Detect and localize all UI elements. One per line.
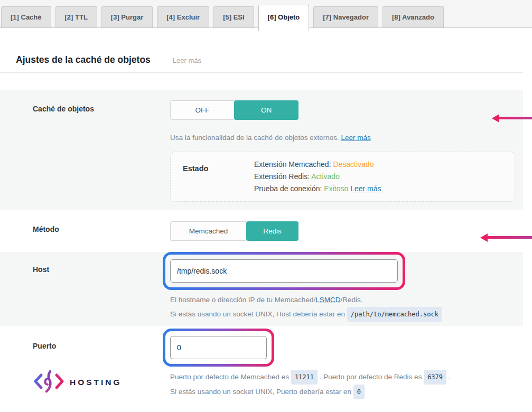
port-desc1-end: . xyxy=(446,373,451,381)
title-read-more-link[interactable]: Leer más xyxy=(173,57,201,64)
object-cache-toggle: OFF ON xyxy=(170,100,298,120)
tab-6-objeto[interactable]: [6] Objeto xyxy=(258,5,310,31)
port-desc1-text: Puerto por defecto de Memcached es xyxy=(170,373,291,381)
annotation-highlight-box-host xyxy=(163,252,405,290)
setting-row-object-cache: Caché de objetos OFF ON Usa la funcional… xyxy=(0,90,523,210)
host-description: El hostname o dirección IP de tu Memcach… xyxy=(170,293,515,322)
port-description: Puerto por defecto de Memcached es 11211… xyxy=(170,370,515,399)
status-box: Estado Extensión Memcached: Desactivado … xyxy=(170,152,515,202)
setting-row-host: Host El hostname o dirección IP de tu Me… xyxy=(0,252,523,326)
port-desc1-sep: . Puerto por defecto de Redis es xyxy=(318,373,424,381)
tab-5-esi[interactable]: [5] ESI xyxy=(213,6,254,27)
tab-3-purgar[interactable]: [3] Purgar xyxy=(101,6,153,27)
hosting-logo-icon xyxy=(33,368,66,397)
status-redis-value: Activado xyxy=(311,172,340,181)
port-description-line1: Puerto por defecto de Memcached es 11211… xyxy=(170,370,515,385)
status-connection-text: Prueba de conexión: xyxy=(254,184,324,193)
host-input[interactable] xyxy=(170,259,398,283)
status-line-redis: Extensión Redis: Activado xyxy=(254,171,381,183)
object-cache-on-button[interactable]: ON xyxy=(234,100,298,120)
object-cache-off-button[interactable]: OFF xyxy=(170,100,234,120)
section-title-row: Ajustes de la caché de objetos Leer más xyxy=(0,28,523,73)
tab-4-excluir[interactable]: [4] Excluir xyxy=(157,6,209,27)
status-line-connection: Prueba de conexión: Exitoso Leer más xyxy=(254,183,381,195)
method-redis-button[interactable]: Redis xyxy=(246,221,298,241)
setting-row-method: Método Memcached Redis xyxy=(0,210,523,252)
port-desc2-text: Si estás usando un socket UNIX, Puerto d… xyxy=(170,388,353,396)
host-desc1-text: El hostname o dirección IP de tu Memcach… xyxy=(170,296,315,304)
hosting-logo: HOSTING xyxy=(33,368,122,397)
annotation-arrow-method xyxy=(487,236,532,239)
host-desc1-end: /Redis. xyxy=(340,296,362,304)
method-toggle: Memcached Redis xyxy=(170,221,298,241)
port-socket-code: 0 xyxy=(353,385,365,399)
page-title: Ajustes de la caché de objetos xyxy=(16,54,151,65)
redis-port-code: 6379 xyxy=(424,370,446,385)
host-description-line1: El hostname o dirección IP de tu Memcach… xyxy=(170,293,515,307)
object-cache-description-text: Usa la funcionalidad de la caché de obje… xyxy=(170,134,339,142)
object-cache-description: Usa la funcionalidad de la caché de obje… xyxy=(170,131,515,145)
port-description-line2: Si estás usando un socket UNIX, Puerto d… xyxy=(170,385,515,399)
lsmcd-link[interactable]: LSMCD xyxy=(315,296,340,304)
status-read-more-link[interactable]: Leer más xyxy=(350,184,381,193)
status-label: Estado xyxy=(183,158,254,195)
status-connection-value: Exitoso xyxy=(324,184,348,193)
status-redis-text: Extensión Redis: xyxy=(254,172,311,181)
setting-row-port: Puerto Puerto por defecto de Memcached e… xyxy=(0,326,523,412)
host-desc2-text: Si estás usando un socket UNIX, Host deb… xyxy=(170,310,347,318)
settings-tabbar: [1] Caché [2] TTL [3] Purgar [4] Excluir… xyxy=(0,0,532,28)
tab-1-cache[interactable]: [1] Caché xyxy=(1,6,51,27)
method-label: Método xyxy=(33,221,170,242)
object-cache-label: Caché de objetos xyxy=(33,100,170,202)
port-input[interactable] xyxy=(170,336,267,359)
tab-2-ttl[interactable]: [2] TTL xyxy=(55,6,97,27)
tab-8-avanzado[interactable]: [8] Avanzado xyxy=(382,6,444,27)
annotation-arrow-object-cache xyxy=(499,117,532,119)
memcached-port-code: 11211 xyxy=(291,370,318,385)
method-memcached-button[interactable]: Memcached xyxy=(170,221,246,241)
tab-7-navegador[interactable]: [7] Navegador xyxy=(313,6,378,27)
host-description-line2: Si estás usando un socket UNIX, Host deb… xyxy=(170,307,515,322)
object-cache-read-more-link[interactable]: Leer más xyxy=(341,134,370,142)
host-label: Host xyxy=(33,252,170,322)
host-socket-path-code: /path/to/memcached.sock xyxy=(347,307,442,322)
hosting-logo-text: HOSTING xyxy=(70,378,122,387)
annotation-highlight-box-port xyxy=(163,329,274,367)
status-line-memcached: Extensión Memcached: Desactivado xyxy=(254,158,381,171)
status-memcached-value: Desactivado xyxy=(333,160,374,168)
status-memcached-text: Extensión Memcached: xyxy=(254,160,333,168)
